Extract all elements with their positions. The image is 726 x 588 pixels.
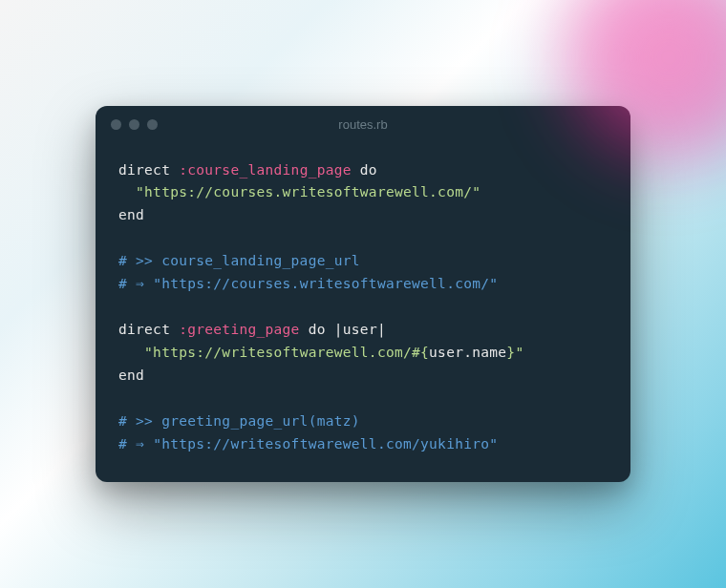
symbol: :course_landing_page xyxy=(170,162,352,178)
minimize-icon[interactable] xyxy=(129,119,139,130)
code-line: "https://writesoftwarewell.com/#{user.na… xyxy=(118,342,608,365)
code-line-blank xyxy=(118,388,608,410)
window-title: routes.rb xyxy=(338,117,387,132)
keyword-end: end xyxy=(118,368,144,383)
keyword-end: end xyxy=(118,207,144,222)
keyword-do: do xyxy=(352,162,377,178)
code-line-blank xyxy=(118,296,608,319)
comment-string: "https://writesoftwarewell.com/yukihiro" xyxy=(153,436,498,452)
code-line: # ⇒ "https://courses.writesoftwarewell.c… xyxy=(118,273,608,296)
comment: # ⇒ xyxy=(118,436,153,452)
indent xyxy=(118,345,144,360)
close-icon[interactable] xyxy=(111,119,121,130)
background-gradient-pink xyxy=(535,0,726,191)
traffic-lights xyxy=(111,119,158,130)
comment: # >> greeting_page_url(matz) xyxy=(118,413,360,429)
comment-string: "https://courses.writesoftwarewell.com/" xyxy=(153,276,498,291)
interpolation: user.name xyxy=(429,345,506,360)
block-args: |user| xyxy=(326,322,386,337)
code-line: direct :greeting_page do |user| xyxy=(118,319,608,342)
comment: # ⇒ xyxy=(118,276,153,291)
code-line-blank xyxy=(118,227,608,250)
maximize-icon[interactable] xyxy=(147,119,158,130)
code-line: # >> greeting_page_url(matz) xyxy=(118,410,608,433)
string-literal: "https://courses.writesoftwarewell.com/" xyxy=(136,184,480,200)
string-literal: "https://writesoftwarewell.com/#{ xyxy=(144,345,429,360)
titlebar: routes.rb xyxy=(96,106,630,144)
string-literal: }" xyxy=(506,345,523,360)
code-block: direct :course_landing_page do "https://… xyxy=(96,144,630,483)
code-line: # ⇒ "https://writesoftwarewell.com/yukih… xyxy=(118,433,608,456)
code-line: end xyxy=(118,365,608,388)
keyword-do: do xyxy=(300,322,326,337)
code-line: end xyxy=(118,204,608,227)
keyword-direct: direct xyxy=(118,322,170,337)
symbol: :greeting_page xyxy=(170,322,299,337)
code-line: # >> course_landing_page_url xyxy=(118,250,608,273)
keyword-direct: direct xyxy=(118,162,170,178)
indent xyxy=(118,184,136,200)
comment: # >> course_landing_page_url xyxy=(118,253,360,268)
